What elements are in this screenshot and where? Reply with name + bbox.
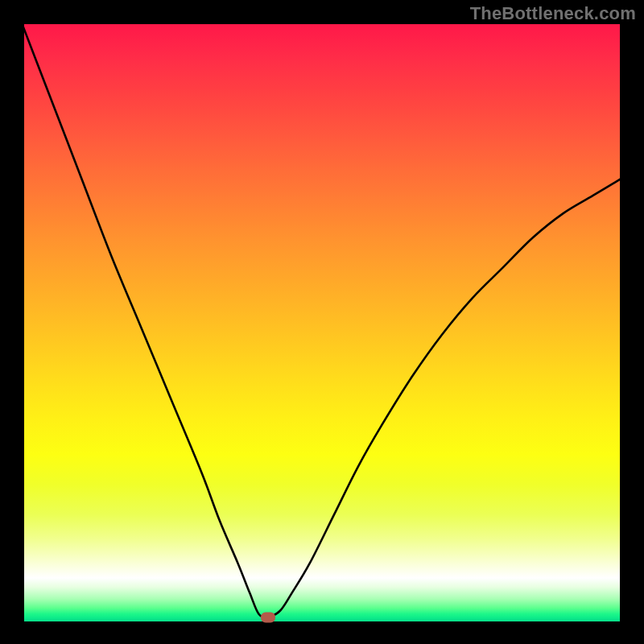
bottleneck-curve	[21, 21, 623, 623]
watermark-text: TheBottleneck.com	[470, 3, 636, 24]
chart-stage: TheBottleneck.com	[0, 0, 644, 644]
x-axis-line	[21, 621, 623, 625]
optimum-marker	[261, 612, 275, 622]
plot-area	[21, 21, 623, 623]
